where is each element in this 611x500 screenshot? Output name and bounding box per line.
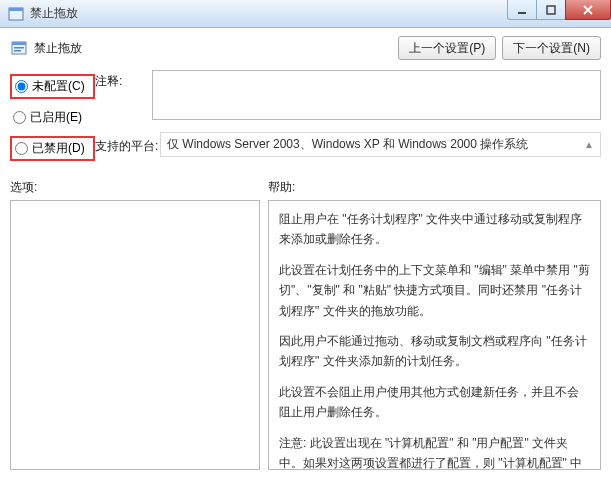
options-panel[interactable] (10, 200, 260, 470)
next-setting-button[interactable]: 下一个设置(N) (502, 36, 601, 60)
minimize-button[interactable] (507, 0, 537, 20)
help-panel[interactable]: 阻止用户在 "任务计划程序" 文件夹中通过移动或复制程序来添加或删除任务。 此设… (268, 200, 601, 470)
radio-not-configured[interactable]: 未配置(C) (10, 74, 95, 99)
platform-value-box: 仅 Windows Server 2003、Windows XP 和 Windo… (160, 132, 601, 157)
platform-value: 仅 Windows Server 2003、Windows XP 和 Windo… (167, 136, 528, 153)
radio-not-configured-label: 未配置(C) (32, 78, 85, 95)
header-row: 禁止拖放 上一个设置(P) 下一个设置(N) (10, 36, 601, 60)
maximize-button[interactable] (536, 0, 566, 20)
page-title: 禁止拖放 (34, 40, 82, 57)
titlebar: 禁止拖放 (0, 0, 611, 28)
help-paragraph: 此设置不会阻止用户使用其他方式创建新任务，并且不会阻止用户删除任务。 (279, 382, 590, 423)
comment-label: 注释: (95, 70, 144, 90)
state-radio-group: 未配置(C) 已启用(E) 已禁用(D) (10, 74, 95, 161)
help-paragraph: 此设置在计划任务中的上下文菜单和 "编辑" 菜单中禁用 "剪切"、"复制" 和 … (279, 260, 590, 321)
platform-row: 支持的平台: 仅 Windows Server 2003、Windows XP … (95, 132, 601, 157)
window-icon (8, 6, 24, 22)
svg-rect-7 (14, 50, 21, 52)
svg-rect-1 (9, 8, 23, 11)
window-title: 禁止拖放 (30, 5, 78, 22)
dialog-content: 禁止拖放 上一个设置(P) 下一个设置(N) 未配置(C) 已启用(E) 已禁用… (0, 28, 611, 480)
radio-not-configured-input[interactable] (15, 80, 28, 93)
help-paragraph: 阻止用户在 "任务计划程序" 文件夹中通过移动或复制程序来添加或删除任务。 (279, 209, 590, 250)
svg-rect-3 (547, 6, 555, 14)
radio-disabled-input[interactable] (15, 142, 28, 155)
prev-setting-button[interactable]: 上一个设置(P) (398, 36, 496, 60)
radio-enabled-input[interactable] (13, 111, 26, 124)
radio-enabled[interactable]: 已启用(E) (10, 107, 95, 128)
comment-textarea[interactable] (152, 70, 601, 120)
panels-row: 阻止用户在 "任务计划程序" 文件夹中通过移动或复制程序来添加或删除任务。 此设… (10, 200, 601, 470)
comment-column: 注释: 支持的平台: 仅 Windows Server 2003、Windows… (95, 70, 601, 157)
radio-column: 未配置(C) 已启用(E) 已禁用(D) (10, 70, 95, 161)
svg-rect-5 (12, 42, 26, 45)
svg-rect-6 (14, 47, 24, 49)
platform-label: 支持的平台: (95, 135, 160, 155)
options-label: 选项: (10, 179, 268, 196)
chevron-up-icon[interactable]: ▲ (584, 139, 594, 150)
radio-disabled-label: 已禁用(D) (32, 140, 85, 157)
svg-rect-2 (518, 12, 526, 14)
help-paragraph: 注意: 此设置出现在 "计算机配置" 和 "用户配置" 文件夹中。如果对这两项设… (279, 433, 590, 470)
help-paragraph: 因此用户不能通过拖动、移动或复制文档或程序向 "任务计划程序" 文件夹添加新的计… (279, 331, 590, 372)
policy-icon (10, 39, 28, 57)
help-label: 帮助: (268, 179, 295, 196)
radio-disabled[interactable]: 已禁用(D) (10, 136, 95, 161)
radio-enabled-label: 已启用(E) (30, 109, 82, 126)
window-controls (508, 0, 611, 27)
config-row: 未配置(C) 已启用(E) 已禁用(D) 注释: 支持的平台: (10, 70, 601, 161)
section-labels: 选项: 帮助: (10, 179, 601, 196)
close-button[interactable] (565, 0, 611, 20)
